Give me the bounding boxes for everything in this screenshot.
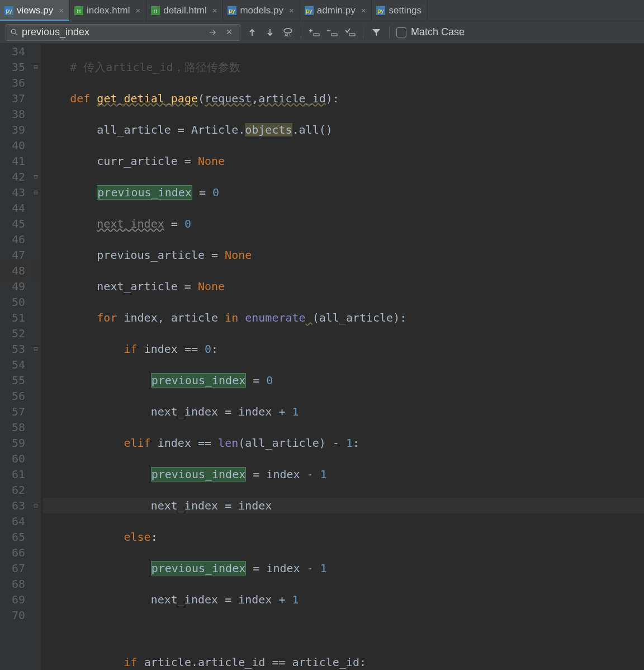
- code-editor[interactable]: 3435363738394041424344454647484950515253…: [0, 44, 644, 670]
- close-icon[interactable]: ×: [287, 6, 294, 15]
- close-icon[interactable]: ×: [210, 6, 217, 15]
- code-line: all_article = Article.objects.all(): [43, 123, 333, 136]
- tab-index-html[interactable]: H index.html ×: [70, 0, 146, 21]
- separator: [301, 26, 301, 39]
- svg-line-13: [16, 33, 18, 35]
- svg-point-12: [11, 29, 16, 34]
- python-file-icon: py: [228, 6, 236, 15]
- separator: [363, 26, 363, 39]
- tab-views-py[interactable]: py views.py ×: [0, 0, 70, 21]
- tab-bar: py views.py × H index.html × H detail.ht…: [0, 0, 644, 21]
- code-line: previous_index = index - 1: [43, 561, 327, 575]
- code-line: else:: [43, 530, 158, 544]
- remove-selection-icon[interactable]: [326, 26, 338, 39]
- code-area[interactable]: # 传入article_id，路径传参数 def get_detial_page…: [41, 44, 644, 670]
- add-selection-icon[interactable]: [308, 26, 320, 39]
- svg-text:py: py: [378, 7, 385, 14]
- tab-detail-html[interactable]: H detail.html ×: [146, 0, 223, 21]
- find-select-all-icon[interactable]: ALL: [282, 26, 294, 39]
- find-bar: × ALL Match Case: [0, 21, 644, 44]
- svg-text:py: py: [306, 7, 312, 14]
- svg-point-14: [284, 29, 292, 33]
- tab-label: settings: [389, 5, 422, 16]
- tab-label: detail.html: [163, 5, 206, 16]
- code-line: next_article = None: [43, 280, 225, 293]
- code-line: next_index = index + 1: [43, 405, 299, 418]
- svg-text:py: py: [229, 7, 236, 14]
- fold-gutter: ⊟⊟⊟⊟⊟: [31, 44, 41, 670]
- close-icon[interactable]: ×: [56, 6, 64, 15]
- tab-label: admin.py: [317, 5, 356, 16]
- tab-models-py[interactable]: py models.py ×: [223, 0, 300, 21]
- search-icon: [11, 29, 18, 36]
- code-line: previous_index = index - 1: [43, 467, 327, 482]
- find-next-icon[interactable]: [264, 26, 276, 39]
- tab-label: models.py: [240, 5, 283, 16]
- find-input[interactable]: [22, 26, 204, 38]
- svg-rect-16: [314, 34, 319, 36]
- python-file-icon: py: [376, 6, 385, 15]
- code-line: if article.article_id == article_id:: [43, 655, 366, 669]
- close-icon[interactable]: ×: [359, 6, 366, 15]
- tab-label: views.py: [17, 5, 53, 16]
- html-file-icon: H: [151, 6, 160, 15]
- code-line: previous_index = 0: [43, 185, 219, 200]
- tab-admin-py[interactable]: py admin.py ×: [300, 0, 372, 21]
- find-input-container: ×: [6, 24, 240, 41]
- svg-text:ALL: ALL: [285, 33, 292, 37]
- svg-text:H: H: [77, 8, 81, 14]
- html-file-icon: H: [74, 6, 83, 15]
- code-line: next_index = index + 1: [43, 593, 299, 606]
- code-line: for index, article in enumerate (all_art…: [43, 311, 406, 324]
- filter-icon[interactable]: [370, 26, 382, 39]
- code-line: previous_index = 0: [43, 373, 273, 388]
- select-occurrences-icon[interactable]: [344, 26, 356, 39]
- svg-text:py: py: [6, 7, 12, 14]
- code-line: if index == 0:: [43, 342, 218, 356]
- svg-text:H: H: [154, 8, 158, 14]
- svg-rect-18: [349, 34, 355, 36]
- code-line: def get_detial_page(request,article_id):: [43, 92, 339, 105]
- python-file-icon: py: [4, 6, 13, 15]
- code-line: next_index = 0: [43, 217, 191, 230]
- tab-label: index.html: [87, 5, 130, 16]
- line-number-gutter: 3435363738394041424344454647484950515253…: [0, 44, 31, 670]
- checkbox-icon[interactable]: [396, 27, 406, 37]
- code-line: # 传入article_id，路径传参数: [43, 60, 240, 74]
- tab-settings-py[interactable]: py settings: [372, 0, 428, 21]
- code-line: next_index = index: [43, 499, 272, 512]
- separator: [389, 26, 390, 39]
- match-case-label: Match Case: [411, 26, 465, 38]
- python-file-icon: py: [305, 6, 314, 15]
- close-icon[interactable]: ×: [133, 6, 140, 15]
- find-prev-icon[interactable]: [246, 26, 258, 39]
- code-line: curr_article = None: [43, 154, 225, 168]
- svg-rect-17: [332, 34, 337, 36]
- code-line: previous_article = None: [43, 248, 252, 262]
- find-clear-icon[interactable]: ×: [223, 26, 235, 39]
- find-history-icon[interactable]: [207, 26, 220, 39]
- code-line: elif index == len(all_article) - 1:: [43, 436, 359, 450]
- match-case-toggle[interactable]: Match Case: [396, 26, 465, 38]
